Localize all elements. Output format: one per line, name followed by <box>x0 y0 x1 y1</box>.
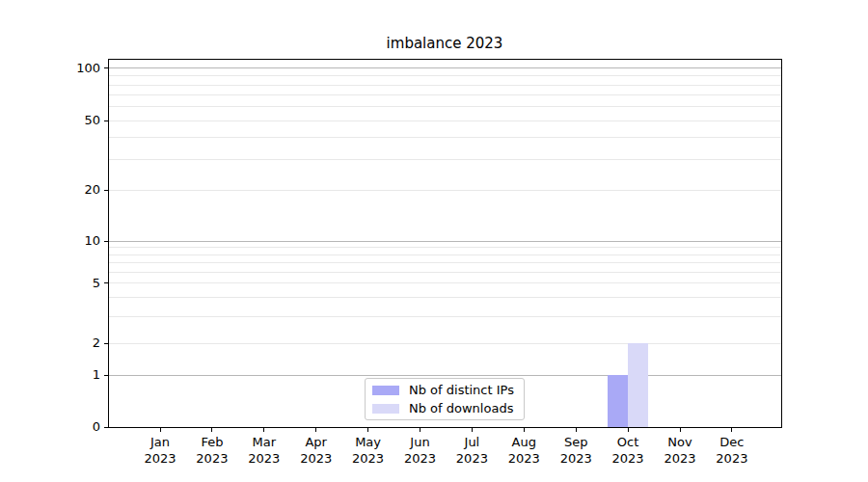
month-label: Oct <box>599 434 657 450</box>
year-label: 2023 <box>392 450 449 467</box>
legend-item-downloads: Nb of downloads <box>372 401 517 415</box>
x-tickmark-dec <box>731 428 732 432</box>
x-tickmark-sep <box>576 428 577 432</box>
month-label: May <box>339 434 397 450</box>
year-label: 2023 <box>599 450 657 467</box>
y-tick-label-20: 20 <box>0 182 100 198</box>
gridline-y-60 <box>109 106 781 107</box>
gridline-y-30 <box>109 159 781 160</box>
year-label: 2023 <box>287 450 345 467</box>
month-label: Jan <box>131 434 189 450</box>
legend-swatch-distinct-ips <box>372 386 399 395</box>
legend: Nb of distinct IPs Nb of downloads <box>365 378 525 420</box>
x-tickmark-jun <box>420 428 420 432</box>
gridline-y-40 <box>109 137 781 138</box>
x-tickmark-oct <box>628 428 629 432</box>
gridline-y-3 <box>109 316 781 317</box>
gridline-y-4 <box>109 297 781 298</box>
gridline-y-1 <box>109 375 781 376</box>
gridline-y-2 <box>109 343 781 344</box>
x-tickmark-jul <box>472 428 473 432</box>
gridline-y-80 <box>109 85 781 86</box>
gridline-y-100 <box>109 67 781 68</box>
month-label: Feb <box>183 434 241 450</box>
x-tick-label-feb: Feb2023 <box>183 434 241 467</box>
y-tick-label-5: 5 <box>0 276 100 291</box>
bar-nb-of-downloads-oct <box>628 343 648 427</box>
figure: imbalance 2023 0125102050100 Jan2023Feb2… <box>0 0 868 482</box>
month-label: Jun <box>392 434 449 450</box>
year-label: 2023 <box>183 450 241 467</box>
x-tick-label-jun: Jun2023 <box>392 434 449 467</box>
month-label: Nov <box>651 434 709 450</box>
month-label: Mar <box>235 434 293 450</box>
year-label: 2023 <box>651 450 709 467</box>
y-tick-label-1: 1 <box>0 367 100 383</box>
x-tick-label-dec: Dec2023 <box>703 434 761 467</box>
x-tickmark-aug <box>524 428 525 432</box>
x-tickmark-nov <box>680 428 681 432</box>
month-label: Dec <box>703 434 761 450</box>
x-tickmark-jan <box>160 428 161 432</box>
y-axis-labels: 0125102050100 <box>0 60 100 427</box>
month-label: Jul <box>443 434 501 450</box>
x-tickmark-mar <box>263 428 264 432</box>
x-tick-label-sep: Sep2023 <box>547 434 605 467</box>
bar-nb-of-distinct-ips-oct <box>608 375 628 427</box>
x-tickmark-apr <box>315 428 316 432</box>
x-tick-label-nov: Nov2023 <box>651 434 709 467</box>
month-label: Sep <box>547 434 605 450</box>
x-tick-label-may: May2023 <box>339 434 397 467</box>
x-tick-label-jan: Jan2023 <box>131 434 189 467</box>
gridline-y-8 <box>109 254 781 255</box>
gridline-y-6 <box>109 272 781 273</box>
gridline-y-50 <box>109 120 781 121</box>
y-tick-label-2: 2 <box>0 335 100 351</box>
y-tick-label-100: 100 <box>0 61 100 76</box>
y-tick-label-0: 0 <box>0 419 100 435</box>
year-label: 2023 <box>443 450 501 467</box>
gridline-y-90 <box>109 75 781 76</box>
y-tick-label-50: 50 <box>0 113 100 128</box>
x-axis-ticks <box>109 428 781 433</box>
year-label: 2023 <box>235 450 293 467</box>
chart-title: imbalance 2023 <box>108 35 781 52</box>
year-label: 2023 <box>703 450 761 467</box>
gridline-y-9 <box>109 247 781 248</box>
plot-area <box>108 59 782 428</box>
year-label: 2023 <box>339 450 397 467</box>
legend-item-distinct-ips: Nb of distinct IPs <box>372 383 517 397</box>
gridline-y-20 <box>109 190 781 191</box>
year-label: 2023 <box>547 450 605 467</box>
year-label: 2023 <box>131 450 189 467</box>
gridline-y-70 <box>109 94 781 95</box>
year-label: 2023 <box>495 450 553 467</box>
legend-label-downloads: Nb of downloads <box>409 401 513 415</box>
month-label: Aug <box>495 434 553 450</box>
x-tick-label-oct: Oct2023 <box>599 434 657 467</box>
x-axis-labels: Jan2023Feb2023Mar2023Apr2023May2023Jun20… <box>109 434 781 472</box>
x-tick-label-mar: Mar2023 <box>235 434 293 467</box>
gridline-y-7 <box>109 262 781 263</box>
x-tick-label-aug: Aug2023 <box>495 434 553 467</box>
x-tick-label-apr: Apr2023 <box>287 434 345 467</box>
legend-label-distinct-ips: Nb of distinct IPs <box>409 383 514 397</box>
x-tickmark-feb <box>211 428 212 432</box>
x-tick-label-jul: Jul2023 <box>443 434 501 467</box>
y-tick-label-10: 10 <box>0 233 100 249</box>
x-tickmark-may <box>367 428 368 432</box>
gridline-y-10 <box>109 241 781 242</box>
month-label: Apr <box>287 434 345 450</box>
gridline-y-5 <box>109 282 781 283</box>
legend-swatch-downloads <box>372 404 399 414</box>
